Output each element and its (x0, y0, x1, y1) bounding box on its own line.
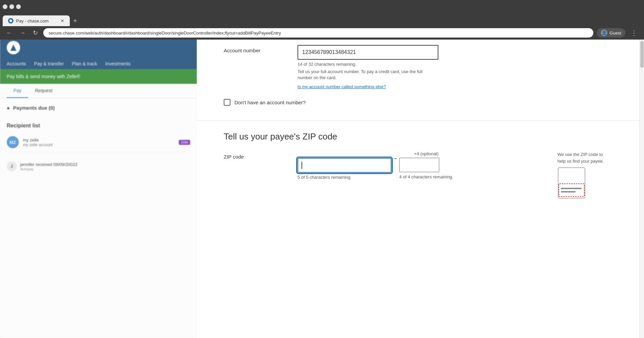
zip4-optional-label: +4 (optional) (399, 151, 453, 156)
nav-plan-track[interactable]: Plan & track (72, 61, 97, 66)
tab-bar: Pay - chase.com ✕ + (0, 13, 644, 26)
reload-button[interactable]: ↻ (31, 28, 40, 38)
account-chars-remaining: 14 of 32 characters remaining. (298, 62, 617, 67)
svg-rect-3 (559, 184, 584, 196)
zip-separator: - (391, 151, 399, 162)
minimize-button[interactable] (3, 4, 7, 9)
nav-accounts[interactable]: Accounts (7, 61, 26, 66)
account-number-row: Account number 14 of 32 characters remai… (224, 45, 617, 90)
recipient-section: Recipient list MZ my zelle my zelle acco… (0, 123, 197, 152)
recent-info: jennifer received 09/09/20022 Autopay (20, 162, 77, 171)
user-button[interactable]: 👤 Guest (597, 28, 625, 38)
recipient-item[interactable]: MZ my zelle my zelle account Zelle (7, 133, 190, 152)
account-number-label: Account number (224, 45, 298, 53)
zip-input[interactable] (298, 158, 391, 173)
zip-label-text: ZIP code (224, 154, 244, 160)
zip-illustration: We use the ZIP code tohelp us find your … (557, 151, 604, 200)
recent-name: jennifer received 09/09/20022 (20, 162, 77, 167)
titlebar (0, 0, 644, 13)
left-panel-inner: Accounts Pay & transfer Plan & track Inv… (0, 37, 197, 338)
window-controls (3, 4, 21, 9)
envelope-svg (557, 167, 586, 199)
zip-code-section: Tell us your payee's ZIP code ZIP code 5… (197, 121, 644, 211)
svg-point-0 (9, 19, 12, 22)
recipient-amount: my zelle account (23, 143, 175, 147)
zip-label: ZIP code (224, 151, 298, 160)
banner-text: Pay bills & send money with Zelle® (7, 74, 80, 79)
address-input[interactable] (43, 28, 593, 38)
scrollbar-thumb[interactable] (640, 41, 644, 68)
text-cursor (302, 162, 302, 169)
tab-close-button[interactable]: ✕ (60, 18, 64, 23)
recent-sub: Autopay (20, 167, 77, 171)
green-banner: Pay bills & send money with Zelle® (0, 69, 197, 84)
recent-item[interactable]: J jennifer received 09/09/20022 Autopay (7, 159, 190, 174)
maximize-button[interactable] (9, 4, 14, 9)
payments-due-header: ● Payments due (0) (7, 105, 190, 111)
zip-fields: 5 of 5 characters remaining. - +4 (optio… (298, 151, 557, 180)
tab-title: Pay - chase.com (16, 18, 49, 23)
user-area: 👤 Guest ⋮ (597, 27, 640, 38)
payments-due-label: Payments due (0) (13, 105, 55, 111)
recent-icon: J (7, 161, 17, 171)
new-tab-button[interactable]: + (70, 15, 80, 26)
back-button[interactable]: ← (4, 28, 14, 38)
payments-section: ● Payments due (0) (0, 98, 197, 123)
no-account-label: Don't have an account number? (234, 100, 306, 105)
close-button[interactable] (16, 4, 21, 9)
zip4-chars-remaining: 4 of 4 characters remaining. (399, 174, 453, 179)
pay-tabs: Pay Request (0, 84, 197, 98)
user-icon: 👤 (601, 30, 607, 36)
account-number-input[interactable] (298, 45, 438, 60)
nav-investments[interactable]: Investments (105, 61, 130, 66)
zip4-wrap: +4 (optional) 4 of 4 characters remainin… (399, 151, 453, 179)
right-panel: Account number 14 of 32 characters remai… (197, 37, 644, 338)
forward-button[interactable]: → (17, 28, 28, 38)
no-account-checkbox[interactable] (224, 99, 230, 106)
svg-rect-4 (561, 188, 582, 189)
active-tab[interactable]: Pay - chase.com ✕ (3, 15, 70, 26)
recipient-name: my zelle (23, 137, 175, 143)
left-panel: Accounts Pay & transfer Plan & track Inv… (0, 37, 197, 338)
recent-section: J jennifer received 09/09/20022 Autopay (0, 152, 197, 181)
account-number-field-wrap: 14 of 32 characters remaining. Tell us y… (298, 45, 617, 90)
address-bar-row: ← → ↻ 👤 Guest ⋮ (0, 26, 644, 40)
tab-pay[interactable]: Pay (7, 84, 28, 98)
zip-row: ZIP code 5 of 5 characters remaining. - … (224, 151, 617, 200)
no-account-row: Don't have an account number? (224, 95, 617, 110)
account-hint-text: Tell us your full account number. To pay… (298, 69, 438, 81)
nav-pay-transfer[interactable]: Pay & transfer (34, 61, 64, 66)
tab-request[interactable]: Request (28, 84, 59, 98)
recipient-tag: Zelle (179, 140, 190, 145)
page-container: Accounts Pay & transfer Plan & track Inv… (0, 37, 644, 338)
browser-chrome: Pay - chase.com ✕ + ← → ↻ 👤 Guest ⋮ (0, 0, 644, 37)
browser-menu-button[interactable]: ⋮ (628, 27, 640, 38)
chase-nav: Accounts Pay & transfer Plan & track Inv… (0, 58, 197, 69)
recipient-avatar: MZ (7, 136, 19, 148)
chase-header (0, 37, 197, 58)
account-number-section: Account number 14 of 32 characters remai… (197, 37, 644, 121)
scrollbar[interactable] (639, 37, 644, 338)
chase-logo (7, 41, 20, 54)
tab-favicon (8, 18, 13, 23)
recipient-list-title: Recipient list (7, 123, 190, 129)
recipient-info: my zelle my zelle account (23, 137, 175, 147)
zip-use-hint: We use the ZIP code tohelp us find your … (557, 151, 604, 164)
zip4-input[interactable] (399, 158, 439, 172)
zip-input-wrap: 5 of 5 characters remaining. (298, 151, 391, 180)
zip-section-heading: Tell us your payee's ZIP code (224, 131, 617, 142)
svg-marker-1 (10, 44, 17, 51)
user-label: Guest (609, 31, 621, 36)
zip-chars-remaining: 5 of 5 characters remaining. (298, 175, 391, 180)
payments-due-icon: ● (7, 105, 10, 111)
svg-rect-5 (561, 191, 576, 192)
account-number-link[interactable]: Is my account number called something el… (298, 84, 386, 89)
